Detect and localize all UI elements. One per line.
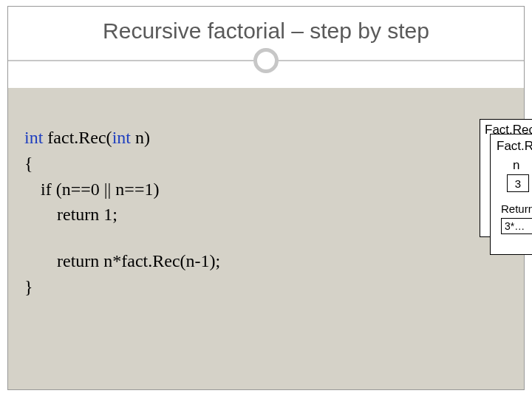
slide: Recursive factorial – step by step int f… (7, 6, 525, 390)
blank-line (24, 228, 220, 248)
stack-frame-front: Fact.Rec(3) n 3 Returns… 3*… (490, 134, 532, 255)
code-block: int fact.Rec(int n) { if (n==0 || n==1) … (24, 125, 220, 300)
code-line: return 1; (24, 202, 220, 228)
title-area: Recursive factorial – step by step (8, 7, 524, 81)
code-line: if (n==0 || n==1) (24, 177, 220, 202)
variable-label: n (513, 158, 532, 173)
code-line: { (24, 151, 220, 177)
frame-front-title: Fact.Rec(3) (497, 139, 532, 154)
code-line: return n*fact.Rec(n-1); (24, 248, 220, 274)
code-line: } (24, 274, 220, 300)
code-line: int fact.Rec(int n) (24, 125, 220, 151)
slide-title: Recursive factorial – step by step (8, 18, 524, 44)
keyword-int: int (112, 128, 131, 147)
keyword-int: int (24, 128, 43, 147)
returns-value: 3*… (505, 220, 525, 232)
returns-label: Returns… (501, 202, 532, 215)
returns-value-box: 3*… (501, 218, 532, 234)
slide-body: int fact.Rec(int n) { if (n==0 || n==1) … (8, 88, 524, 389)
divider-circle-icon (253, 48, 279, 73)
variable-value-box: 3 (507, 174, 529, 192)
title-divider (8, 48, 524, 75)
variable-value: 3 (515, 177, 521, 190)
